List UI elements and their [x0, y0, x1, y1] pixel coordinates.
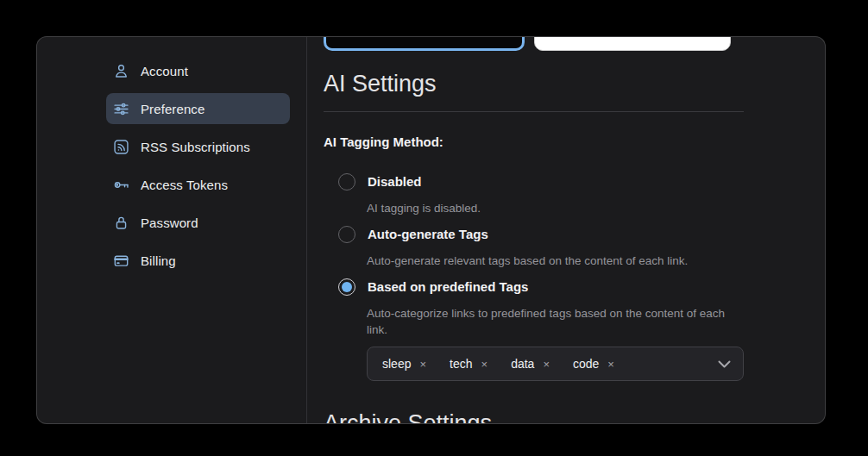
sidebar-item-label: Access Tokens: [141, 178, 228, 192]
radio-option-predefined-tags[interactable]: Based on predefined Tags: [338, 278, 744, 296]
radio-button[interactable]: [338, 173, 355, 191]
tag-chip: data ×: [511, 357, 550, 371]
user-icon: [112, 62, 130, 80]
ai-tagging-options: Disabled AI tagging is disabled. Auto-ge…: [338, 173, 744, 381]
tag-label: data: [511, 357, 534, 371]
selected-tags-list: sleep × tech × data × code: [382, 357, 718, 371]
lock-icon: [112, 214, 130, 232]
radio-option-label: Disabled: [368, 173, 422, 191]
section-divider: [324, 111, 744, 112]
screen: Account Preference RSS Subscriptions: [0, 0, 868, 456]
dark-theme-card[interactable]: [324, 36, 525, 51]
radio-option-description: Auto-categorize links to predefined tags…: [367, 305, 744, 338]
tag-chip: sleep ×: [382, 357, 426, 371]
ai-tagging-method-label: AI Tagging Method:: [324, 134, 744, 150]
settings-sidebar: Account Preference RSS Subscriptions: [37, 37, 307, 423]
tag-chip: code ×: [573, 357, 614, 371]
sidebar-nav: Account Preference RSS Subscriptions: [106, 55, 290, 276]
remove-tag-icon[interactable]: ×: [419, 359, 426, 370]
radio-option-auto-generate[interactable]: Auto-generate Tags: [338, 226, 744, 243]
remove-tag-icon[interactable]: ×: [543, 359, 550, 370]
tag-label: sleep: [382, 357, 411, 371]
sidebar-item-label: Preference: [141, 102, 204, 116]
sidebar-item-preference[interactable]: Preference: [106, 93, 290, 124]
sidebar-item-label: Account: [141, 64, 188, 78]
sidebar-item-access-tokens[interactable]: Access Tokens: [106, 169, 290, 200]
tag-chip: tech ×: [450, 357, 487, 371]
sidebar-item-rss-subscriptions[interactable]: RSS Subscriptions: [106, 131, 290, 162]
credit-card-icon: [112, 252, 130, 270]
radio-option-disabled[interactable]: Disabled: [338, 173, 744, 191]
radio-option-description: AI tagging is disabled.: [367, 200, 744, 216]
sidebar-item-password[interactable]: Password: [106, 207, 290, 238]
remove-tag-icon[interactable]: ×: [607, 359, 614, 370]
predefined-tags-select[interactable]: sleep × tech × data × code: [367, 347, 744, 381]
radio-option-description: Auto-generate relevant tags based on the…: [367, 253, 744, 269]
sidebar-item-account[interactable]: Account: [106, 55, 290, 86]
radio-option-label: Based on predefined Tags: [368, 278, 528, 296]
tag-label: tech: [450, 357, 472, 371]
sliders-icon: [112, 100, 130, 118]
settings-main-panel: AI Settings AI Tagging Method: Disabled …: [307, 37, 826, 423]
chevron-down-icon[interactable]: [718, 360, 731, 368]
rss-icon: [112, 138, 130, 156]
tag-label: code: [573, 357, 599, 371]
sidebar-item-billing[interactable]: Billing: [106, 245, 290, 276]
sidebar-item-label: Billing: [141, 253, 176, 268]
archive-settings-title: Archive Settings: [324, 409, 744, 424]
sidebar-item-label: Password: [141, 216, 198, 230]
radio-option-label: Auto-generate Tags: [368, 226, 488, 243]
sidebar-item-label: RSS Subscriptions: [141, 140, 250, 154]
radio-button[interactable]: [338, 226, 355, 243]
remove-tag-icon[interactable]: ×: [481, 359, 488, 370]
settings-window: Account Preference RSS Subscriptions: [36, 36, 826, 424]
radio-button-selected[interactable]: [338, 278, 355, 296]
light-theme-card[interactable]: [534, 36, 731, 51]
ai-settings-title: AI Settings: [324, 70, 744, 97]
key-icon: [112, 176, 130, 194]
